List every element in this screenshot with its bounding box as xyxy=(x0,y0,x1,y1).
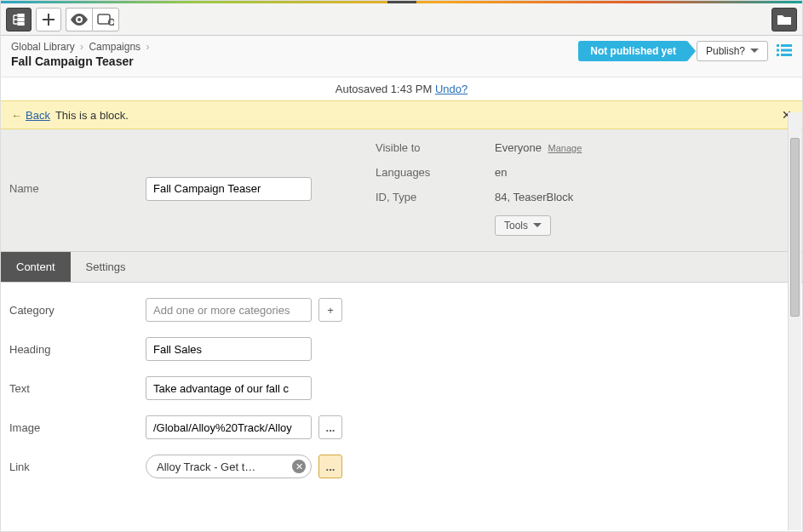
svg-rect-10 xyxy=(777,54,779,56)
eye-icon xyxy=(71,14,88,26)
image-label: Image xyxy=(9,421,146,434)
add-category-button[interactable]: + xyxy=(318,298,342,322)
svg-rect-8 xyxy=(777,49,779,51)
compare-icon xyxy=(97,14,114,26)
svg-rect-11 xyxy=(781,54,792,56)
link-token-text: Alloy Track - Get t… xyxy=(157,460,255,473)
visible-to-value: Everyone Manage xyxy=(495,141,794,154)
tab-settings[interactable]: Settings xyxy=(71,252,141,282)
plus-icon xyxy=(43,14,54,26)
notice-bar: ← Back This is a block. ✕ xyxy=(1,100,802,129)
status-badge: Not published yet xyxy=(578,41,688,61)
properties-panel: Name Visible to Everyone Manage Language… xyxy=(1,129,802,252)
assets-toggle-button[interactable] xyxy=(771,8,797,31)
id-type-label: ID, Type xyxy=(376,191,495,203)
svg-rect-6 xyxy=(777,44,779,47)
toolbar xyxy=(1,3,802,36)
text-label: Text xyxy=(9,382,146,395)
options-list-button[interactable] xyxy=(777,42,792,61)
link-label: Link xyxy=(9,460,146,473)
properties-col-right: Visible to Everyone Manage Languages en … xyxy=(376,141,794,236)
back-arrow-icon: ← xyxy=(11,109,22,122)
link-input[interactable]: Alloy Track - Get t… ✕ xyxy=(146,455,312,478)
image-browse-button[interactable]: ... xyxy=(318,415,342,439)
tab-content[interactable]: Content xyxy=(1,252,71,282)
undo-link[interactable]: Undo? xyxy=(435,83,467,95)
autosave-bar: Autosaved 1:43 PM Undo? xyxy=(1,77,802,100)
text-input[interactable] xyxy=(146,376,312,400)
app-window: Global Library › Campaigns › Fall Campai… xyxy=(0,0,803,532)
svg-rect-1 xyxy=(18,18,24,20)
autosave-text: Autosaved 1:43 PM xyxy=(336,83,432,95)
publish-label: Publish? xyxy=(706,45,745,57)
preview-button[interactable] xyxy=(66,8,92,31)
breadcrumb-item[interactable]: Global Library xyxy=(11,41,75,53)
svg-point-3 xyxy=(77,18,81,21)
heading-label: Heading xyxy=(9,343,146,356)
name-label: Name xyxy=(9,182,146,195)
svg-rect-2 xyxy=(18,22,24,25)
id-type-value: 84, TeaserBlock xyxy=(495,191,794,203)
status-area: Not published yet Publish? xyxy=(578,41,792,61)
category-input[interactable]: Add one or more categories xyxy=(146,298,312,322)
svg-rect-0 xyxy=(18,14,24,16)
link-browse-button[interactable]: ... xyxy=(318,455,342,478)
manage-link[interactable]: Manage xyxy=(548,143,582,153)
clear-link-button[interactable]: ✕ xyxy=(292,460,306,473)
publish-button[interactable]: Publish? xyxy=(697,41,768,61)
languages-label: Languages xyxy=(376,166,495,179)
content-form: Category Add one or more categories + He… xyxy=(1,283,802,487)
breadcrumb-item[interactable]: Campaigns xyxy=(89,41,141,53)
compare-button[interactable] xyxy=(92,8,119,31)
back-link[interactable]: Back xyxy=(26,109,50,122)
visible-to-text: Everyone xyxy=(495,141,542,154)
scroll-thumb[interactable] xyxy=(790,138,800,317)
folder-icon xyxy=(777,14,792,26)
heading-input[interactable] xyxy=(146,337,312,361)
name-input[interactable] xyxy=(146,177,312,201)
add-button[interactable] xyxy=(36,8,61,31)
notice-text: This is a block. xyxy=(55,109,129,122)
tools-label: Tools xyxy=(504,220,528,232)
page-header: Global Library › Campaigns › Fall Campai… xyxy=(1,36,802,77)
svg-rect-7 xyxy=(781,44,792,47)
tree-toggle-button[interactable] xyxy=(6,8,32,31)
visible-to-label: Visible to xyxy=(376,141,495,154)
breadcrumb-separator: › xyxy=(143,41,152,53)
scrollbar[interactable] xyxy=(788,112,801,530)
list-icon xyxy=(777,43,792,57)
tree-icon xyxy=(12,14,26,26)
languages-value: en xyxy=(495,166,794,179)
chevron-down-icon xyxy=(750,47,759,55)
image-input[interactable] xyxy=(146,415,312,439)
svg-rect-9 xyxy=(781,49,792,51)
chevron-down-icon xyxy=(533,221,542,230)
category-label: Category xyxy=(9,304,146,317)
breadcrumb-separator: › xyxy=(77,41,86,53)
properties-col-left: Name xyxy=(9,141,350,236)
tabs: Content Settings xyxy=(1,252,802,283)
tools-button[interactable]: Tools xyxy=(495,215,551,236)
